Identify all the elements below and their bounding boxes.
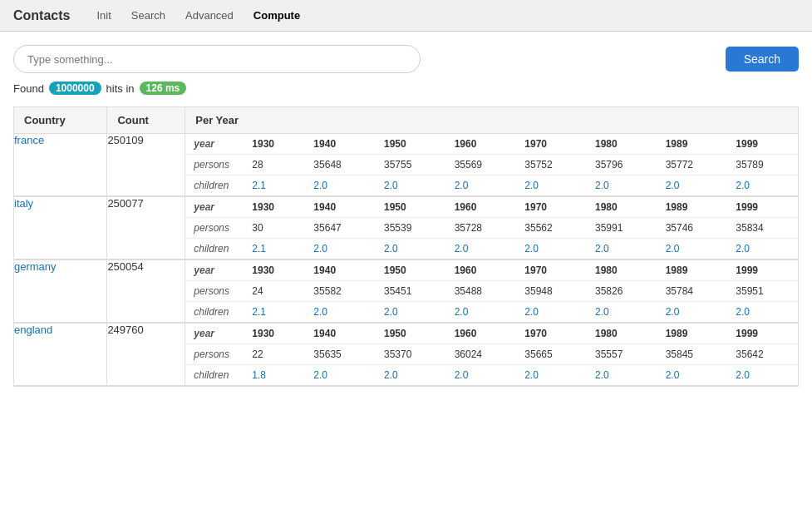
year-header: 1970: [516, 134, 587, 155]
results-table: Country Count Per Year france250109year1…: [13, 106, 799, 387]
children-value: 2.0: [446, 175, 517, 196]
year-header: 1999: [727, 260, 798, 281]
hits-count-badge: 1000000: [49, 82, 101, 95]
persons-value: 35539: [376, 218, 446, 239]
children-value: 2.0: [446, 239, 517, 259]
persons-value: 22: [244, 344, 305, 365]
persons-value: 35451: [376, 281, 446, 302]
children-value: 2.0: [376, 239, 446, 259]
persons-value: 35991: [587, 218, 657, 239]
persons-value: 35746: [657, 218, 728, 239]
persons-value: 28: [244, 155, 305, 175]
count-cell: 249760: [107, 323, 185, 386]
persons-value: 35728: [446, 218, 517, 239]
year-header: 1989: [657, 134, 728, 155]
persons-value: 35755: [376, 155, 446, 175]
year-header: 1980: [587, 134, 657, 155]
main-content: Search Found 1000000 hits in 126 ms Coun…: [0, 32, 812, 514]
persons-value: 35648: [305, 155, 376, 175]
year-header: 1989: [657, 260, 728, 281]
year-header: 1980: [587, 197, 657, 218]
persons-value: 35642: [727, 344, 798, 365]
year-header: 1970: [516, 197, 587, 218]
persons-value: 35635: [305, 344, 376, 365]
children-value: 2.0: [727, 365, 798, 386]
count-cell: 250077: [107, 196, 185, 259]
year-header: 1960: [446, 197, 517, 218]
year-header: 1930: [244, 324, 305, 344]
children-value: 2.0: [727, 175, 798, 196]
persons-value: 35951: [727, 281, 798, 302]
per-year-cell: year19301940195019601970198019891999pers…: [185, 196, 799, 259]
persons-value: 35752: [516, 155, 587, 175]
children-value: 2.0: [376, 175, 446, 196]
nav-advanced[interactable]: Advanced: [175, 0, 244, 32]
children-value: 2.0: [727, 302, 798, 323]
year-header: 1989: [657, 197, 728, 218]
persons-value: 35845: [657, 344, 728, 365]
col-per-year: Per Year: [185, 107, 799, 134]
top-bar: Contacts Init Search Advanced Compute: [0, 0, 812, 32]
per-year-cell: year19301940195019601970198019891999pers…: [185, 259, 799, 323]
children-value: 2.0: [376, 302, 446, 323]
children-value: 2.0: [657, 239, 728, 259]
year-header: 1940: [305, 324, 376, 344]
persons-value: 35562: [516, 218, 587, 239]
time-badge: 126 ms: [140, 82, 187, 95]
persons-value: 35370: [376, 344, 446, 365]
persons-value: 35557: [587, 344, 657, 365]
children-value: 2.0: [446, 302, 517, 323]
hits-label: hits in: [106, 82, 135, 95]
year-header: 1950: [376, 324, 446, 344]
year-header: 1930: [244, 134, 305, 155]
persons-value: 35948: [516, 281, 587, 302]
per-year-cell: year19301940195019601970198019891999pers…: [185, 134, 799, 197]
children-value: 2.0: [305, 365, 376, 386]
country-cell: france: [14, 134, 107, 197]
nav-init[interactable]: Init: [86, 0, 121, 32]
persons-value: 35789: [727, 155, 798, 175]
year-header: 1999: [727, 197, 798, 218]
children-value: 2.0: [657, 365, 728, 386]
persons-value: 35826: [587, 281, 657, 302]
children-value: 2.1: [244, 239, 305, 259]
table-row: italy250077year1930194019501960197019801…: [14, 196, 799, 259]
year-header: 1940: [305, 197, 376, 218]
year-header: 1930: [244, 197, 305, 218]
children-value: 2.0: [516, 302, 587, 323]
children-value: 2.0: [727, 239, 798, 259]
nav-compute[interactable]: Compute: [244, 0, 310, 32]
year-header: 1999: [727, 324, 798, 344]
table-row: england249760year19301940195019601970198…: [14, 323, 799, 386]
persons-value: 36024: [446, 344, 517, 365]
children-value: 2.0: [305, 302, 376, 323]
children-value: 2.0: [305, 239, 376, 259]
children-value: 2.0: [587, 239, 657, 259]
year-header: 1970: [516, 260, 587, 281]
search-input[interactable]: [13, 45, 421, 73]
persons-value: 35772: [657, 155, 728, 175]
app-title: Contacts: [13, 8, 70, 23]
year-header: 1950: [376, 260, 446, 281]
children-value: 2.0: [516, 365, 587, 386]
children-value: 2.0: [657, 175, 728, 196]
children-value: 2.0: [657, 302, 728, 323]
search-bar: Search: [13, 45, 799, 73]
year-header: 1930: [244, 260, 305, 281]
children-value: 2.0: [305, 175, 376, 196]
year-header: 1970: [516, 324, 587, 344]
children-value: 2.0: [516, 239, 587, 259]
persons-value: 35784: [657, 281, 728, 302]
persons-value: 35647: [305, 218, 376, 239]
per-year-cell: year19301940195019601970198019891999pers…: [185, 323, 799, 386]
year-header: 1999: [727, 134, 798, 155]
year-header: 1940: [305, 134, 376, 155]
nav-search[interactable]: Search: [121, 0, 175, 32]
search-button[interactable]: Search: [726, 47, 799, 72]
country-cell: england: [14, 323, 107, 386]
children-value: 1.8: [244, 365, 305, 386]
children-value: 2.0: [587, 302, 657, 323]
children-value: 2.1: [244, 302, 305, 323]
found-label: Found: [13, 82, 44, 95]
col-country: Country: [14, 107, 107, 134]
